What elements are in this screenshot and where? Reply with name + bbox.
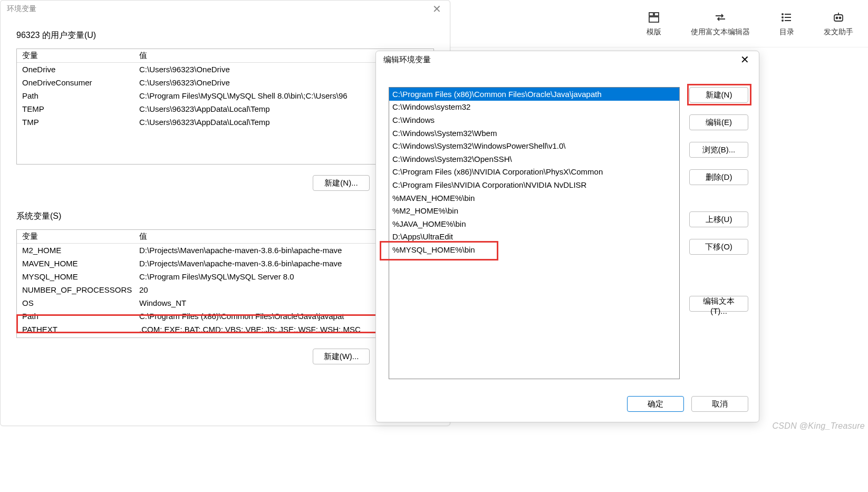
path-item[interactable]: C:\Windows [389,113,679,127]
table-row[interactable]: OSWindows_NT [17,296,433,310]
sys-vars-table[interactable]: 变量 值 M2_HOMED:\Projects\Maven\apache-mav… [16,229,434,338]
user-vars-label: 96323 的用户变量(U) [16,30,434,41]
edit-ok-button[interactable]: 确定 [627,396,684,412]
toolbar-templates[interactable]: 模版 [647,11,661,37]
delete-path-button[interactable]: 删除(D) [689,169,748,185]
table-row[interactable]: PROCESSOR_ARCHITECTUREAMD64 [17,336,433,338]
edit-cancel-button[interactable]: 取消 [691,396,748,412]
move-up-button[interactable]: 上移(U) [689,211,748,227]
new-path-button[interactable]: 新建(N) [689,87,748,103]
move-down-button[interactable]: 下移(O) [689,239,748,255]
path-item[interactable]: C:\Windows\System32\OpenSSH\ [389,152,679,166]
table-row[interactable]: NUMBER_OF_PROCESSORS20 [17,283,433,296]
path-item[interactable]: C:\Windows\system32 [389,101,679,114]
svg-point-7 [782,17,783,18]
toolbar-toc-label: 目录 [779,27,794,37]
user-vars-table[interactable]: 变量 值 OneDriveC:\Users\96323\OneDrive One… [16,49,434,165]
path-item[interactable]: C:\Program Files\NVIDIA Corporation\NVID… [389,178,679,191]
table-header: 变量 值 [17,49,433,63]
path-item-selected[interactable]: C:\Program Files (x86)\Common Files\Orac… [389,88,679,101]
table-row[interactable]: TEMPC:\Users\96323\AppData\Local\Temp [17,102,433,115]
editor-toolbar: 模版 使用富文本编辑器 目录 发文助手 [450,0,868,47]
path-item[interactable]: C:\Windows\System32\Wbem [389,127,679,140]
svg-rect-0 [649,13,653,16]
dialog-title: 环境变量 [7,4,36,14]
toolbar-toc[interactable]: 目录 [779,11,794,37]
toolbar-publish-assistant[interactable]: 发文助手 [824,11,853,37]
edit-path-button[interactable]: 编辑(E) [689,114,748,130]
sys-vars-label: 系统变量(S) [16,211,434,222]
list-icon [780,11,794,24]
templates-icon [647,11,661,24]
table-row[interactable]: PATHEXT.COM;.EXE;.BAT;.CMD;.VBS;.VBE;.JS… [17,323,433,336]
watermark: CSDN @King_Treasure [773,421,865,431]
path-item-mysql[interactable]: %MYSQL_HOME%\bin [389,243,679,256]
col-variable: 变量 [17,51,139,61]
toolbar-rich-editor-label: 使用富文本编辑器 [691,27,750,37]
toolbar-publish-assistant-label: 发文助手 [824,27,853,37]
robot-icon [832,11,845,24]
path-item[interactable]: C:\Windows\System32\WindowsPowerShell\v1… [389,139,679,152]
dialog-title-bar: 环境变量 ✕ [1,1,450,17]
svg-rect-1 [654,13,659,16]
svg-point-8 [782,20,783,21]
svg-rect-2 [649,17,659,22]
svg-rect-9 [834,15,843,21]
close-icon[interactable]: ✕ [430,3,443,15]
table-row[interactable]: OneDriveConsumerC:\Users\96323\OneDrive [17,76,433,89]
table-row[interactable]: TMPC:\Users\96323\AppData\Local\Temp [17,115,433,129]
edit-dialog-title-bar: 编辑环境变量 ✕ [376,51,759,68]
path-list[interactable]: C:\Program Files (x86)\Common Files\Orac… [389,87,680,379]
path-item[interactable]: %M2_HOME%\bin [389,204,679,217]
edit-text-button[interactable]: 编辑文本(T)... [689,296,748,312]
edit-environment-variable-dialog: 编辑环境变量 ✕ C:\Program Files (x86)\Common F… [375,51,759,422]
close-icon[interactable]: ✕ [738,53,751,66]
toolbar-rich-editor[interactable]: 使用富文本编辑器 [691,11,750,37]
path-item[interactable]: C:\Program Files (x86)\NVIDIA Corporatio… [389,166,679,179]
toolbar-templates-label: 模版 [647,27,661,37]
table-header: 变量 值 [17,230,433,244]
col-variable: 变量 [17,231,139,242]
svg-point-11 [840,17,841,18]
table-row-path[interactable]: PathC:\Program Files (x86)\Common Files\… [17,310,433,323]
table-row[interactable]: M2_HOMED:\Projects\Maven\apache-maven-3.… [17,244,433,257]
svg-point-6 [782,14,783,15]
path-item[interactable]: %JAVA_HOME%\bin [389,217,679,230]
edit-dialog-title: 编辑环境变量 [383,55,431,65]
path-item[interactable]: %MAVEN_HOME%\bin [389,191,679,205]
path-item[interactable]: D:\Apps\UltraEdit [389,230,679,244]
table-row[interactable]: OneDriveC:\Users\96323\OneDrive [17,63,433,76]
table-row[interactable]: PathC:\Program Files\MySQL\MySQL Shell 8… [17,89,433,102]
browse-button[interactable]: 浏览(B)... [689,142,748,158]
new-sys-var-button[interactable]: 新建(W)... [313,349,370,364]
table-row[interactable]: MAVEN_HOMED:\Projects\Maven\apache-maven… [17,257,433,270]
svg-point-10 [836,17,838,18]
table-row[interactable]: MYSQL_HOMEC:\Program Files\MySQL\MySQL S… [17,270,433,283]
swap-icon [713,11,727,24]
new-user-var-button[interactable]: 新建(N)... [313,175,370,191]
